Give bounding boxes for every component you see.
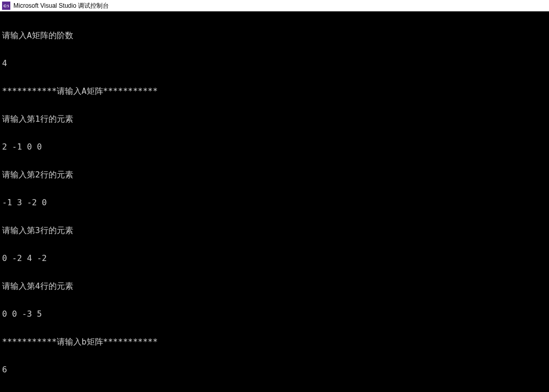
console-line: 2 -1 0 0 (2, 142, 547, 152)
console-line: 请输入A矩阵的阶数 (2, 31, 547, 40)
console-line: 请输入第1行的元素 (2, 115, 547, 124)
console-line: ***********请输入b矩阵*********** (2, 337, 547, 347)
console-line: 请输入第2行的元素 (2, 170, 547, 179)
console-line: 6 (2, 365, 547, 374)
console-output[interactable]: 请输入A矩阵的阶数 4 ***********请输入A矩阵***********… (0, 11, 549, 392)
console-line: ***********请输入A矩阵*********** (2, 87, 547, 96)
console-line: 4 (2, 59, 547, 68)
console-line: 0 0 -3 5 (2, 309, 547, 319)
app-icon: C:\ (2, 2, 10, 10)
window-title: Microsoft Visual Studio 调试控制台 (13, 2, 109, 10)
window-title-bar[interactable]: C:\ Microsoft Visual Studio 调试控制台 (0, 0, 549, 11)
console-line: 请输入第4行的元素 (2, 282, 547, 291)
console-line: 0 -2 4 -2 (2, 254, 547, 263)
console-line: 请输入第3行的元素 (2, 226, 547, 235)
console-line: -1 3 -2 0 (2, 198, 547, 207)
